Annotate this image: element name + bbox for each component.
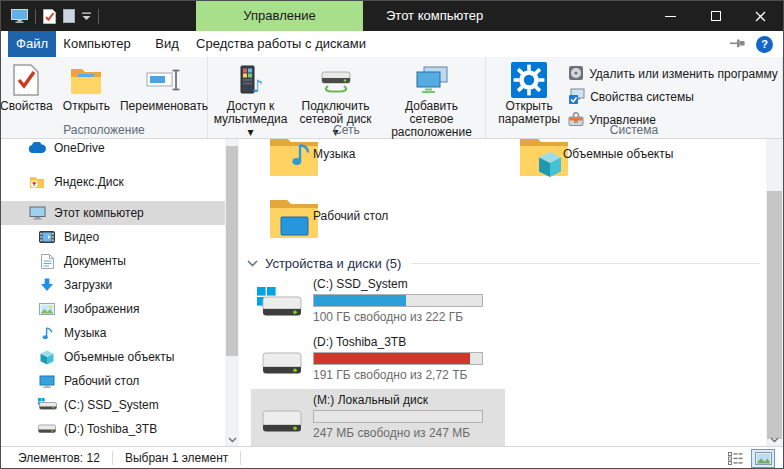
titlebar: Управление Этот компьютер — [1, 1, 783, 31]
documents-icon — [37, 254, 57, 269]
sidebar-item-this-pc[interactable]: Этот компьютер — [1, 201, 225, 225]
divider — [240, 451, 241, 465]
close-button[interactable] — [738, 1, 783, 31]
sidebar-scrollbar[interactable] — [225, 139, 239, 446]
pictures-icon — [37, 303, 57, 315]
group-label-network: Сеть — [208, 123, 485, 137]
sidebar-item-downloads[interactable]: Загрузки — [1, 273, 225, 297]
drive-tile-c[interactable]: (C:) SSD_System 100 ГБ свободно из 222 Г… — [257, 277, 503, 333]
3d-objects-folder-icon — [519, 139, 569, 182]
sidebar-item-onedrive[interactable]: OneDrive — [1, 139, 225, 160]
items-view: Музыка Объемные объекты Рабочий стол Уст… — [239, 139, 766, 446]
items-count: Элементов: 12 — [18, 451, 100, 465]
sidebar-item-drive-c[interactable]: (C:) SSD_System — [1, 393, 225, 417]
section-title: Устройства и диски (5) — [265, 256, 401, 271]
sidebar-item-drive-d[interactable]: (D:) Toshiba_3TB — [1, 417, 225, 441]
system-drive-icon — [257, 285, 305, 324]
downloads-icon — [37, 278, 57, 292]
new-item-icon[interactable] — [63, 9, 75, 23]
customize-caret-icon[interactable] — [82, 12, 91, 21]
minimize-button[interactable] — [648, 1, 693, 31]
tab-file[interactable]: Файл — [8, 31, 56, 57]
ribbon-group-system: Открыть параметры Удалить или изменить п… — [486, 57, 783, 138]
videos-icon — [37, 231, 57, 243]
onedrive-cloud-icon — [27, 142, 47, 154]
thumbnails-view-icon — [755, 452, 772, 465]
rename-button[interactable]: Переименовать — [115, 60, 213, 115]
sidebar-item-documents[interactable]: Документы — [1, 249, 225, 273]
pin-ribbon-icon[interactable] — [730, 37, 746, 52]
section-devices-and-drives[interactable]: Устройства и диски (5) — [247, 253, 760, 273]
sidebar-item-music[interactable]: Музыка — [1, 321, 225, 345]
system-small-buttons: Удалить или изменить программу Свойства … — [568, 60, 778, 129]
settings-gear-icon — [511, 62, 547, 98]
group-label-system: Система — [486, 123, 782, 137]
sidebar-item-pictures[interactable]: Изображения — [1, 297, 225, 321]
drive-icon — [257, 401, 305, 440]
open-button[interactable]: Открыть — [58, 60, 115, 115]
tab-computer[interactable]: Компьютер — [56, 31, 138, 57]
properties-icon[interactable] — [43, 9, 56, 24]
sidebar-item-videos[interactable]: Видео — [1, 225, 225, 249]
main-scrollbar-thumb[interactable] — [767, 191, 782, 439]
this-pc-icon — [27, 206, 47, 220]
open-settings-button[interactable]: Открыть параметры — [490, 60, 568, 128]
sidebar-item-3d-objects[interactable]: Объемные объекты — [1, 345, 225, 369]
chevron-down-icon — [247, 260, 258, 267]
main-scroll-down-icon[interactable] — [766, 437, 783, 443]
music-note-icon — [37, 326, 57, 340]
system-properties-icon — [568, 88, 585, 107]
ribbon-corner-controls: ? — [730, 31, 773, 57]
minimize-icon — [665, 16, 676, 17]
thumbnails-view-button[interactable] — [751, 449, 775, 468]
sidebar-scroll-down-icon[interactable] — [225, 437, 239, 443]
help-icon[interactable]: ? — [756, 36, 773, 53]
music-folder-icon — [269, 139, 319, 180]
ribbon: Свойства Открыть Переименовать Расположе… — [1, 57, 783, 139]
properties-button[interactable]: Свойства — [0, 60, 58, 115]
ribbon-group-network: ♪ Доступ к мультимедиа ▾ Подключить сете… — [208, 57, 486, 138]
cube-3d-icon — [37, 350, 57, 365]
close-icon — [755, 11, 766, 22]
svg-text:♪: ♪ — [252, 76, 263, 96]
explorer-window: Управление Этот компьютер Файл Компьютер… — [0, 0, 784, 469]
sidebar-item-desktop[interactable]: Рабочий стол — [1, 369, 225, 393]
maximize-button[interactable] — [693, 1, 738, 31]
open-folder-icon — [70, 62, 102, 98]
properties-check-icon — [13, 62, 39, 98]
divider — [98, 9, 99, 24]
navigation-pane: OneDrive Яндекс.Диск Этот компьютер Виде… — [1, 139, 225, 446]
maximize-icon — [711, 11, 721, 21]
disk-usage-bar — [313, 410, 483, 423]
divider — [112, 451, 113, 465]
details-view-button[interactable] — [723, 449, 747, 468]
section-divider — [411, 263, 760, 264]
map-network-drive-icon — [319, 62, 353, 98]
drive-icon — [37, 424, 57, 435]
window-controls — [648, 1, 783, 31]
system-properties-button[interactable]: Свойства системы — [568, 88, 778, 106]
drive-tile-d[interactable]: (D:) Toshiba_3TB 191 ГБ свободно из 2,72… — [257, 335, 503, 391]
drive-icon — [257, 343, 305, 382]
group-label-location: Расположение — [1, 123, 207, 137]
drive-tile-m[interactable]: (M:) Локальный диск 247 МБ свободно из 2… — [257, 393, 503, 446]
rename-icon — [146, 62, 182, 98]
window-title: Этот компьютер — [386, 1, 483, 31]
disk-usage-bar — [313, 294, 483, 307]
tab-disk-tools[interactable]: Средства работы с дисками — [196, 31, 366, 57]
sidebar-item-yandex-disk[interactable]: Яндекс.Диск — [1, 170, 225, 194]
contextual-tab-manage[interactable]: Управление — [196, 1, 363, 31]
divider — [35, 9, 36, 24]
uninstall-program-button[interactable]: Удалить или изменить программу — [568, 65, 778, 83]
media-server-icon: ♪ — [236, 62, 266, 98]
ribbon-group-location: Свойства Открыть Переименовать Расположе… — [1, 57, 208, 138]
status-bar: Элементов: 12 Выбран 1 элемент — [1, 446, 783, 468]
network-location-icon — [414, 62, 450, 98]
yandex-disk-icon — [27, 176, 47, 189]
main-scrollbar[interactable] — [766, 139, 783, 446]
quick-access-toolbar — [11, 1, 99, 31]
computer-icon[interactable] — [11, 9, 28, 23]
folder-tile-3d-objects[interactable]: Объемные объекты — [519, 139, 749, 201]
tab-view[interactable]: Вид — [138, 31, 196, 57]
sidebar-scrollbar-thumb[interactable] — [226, 146, 238, 356]
